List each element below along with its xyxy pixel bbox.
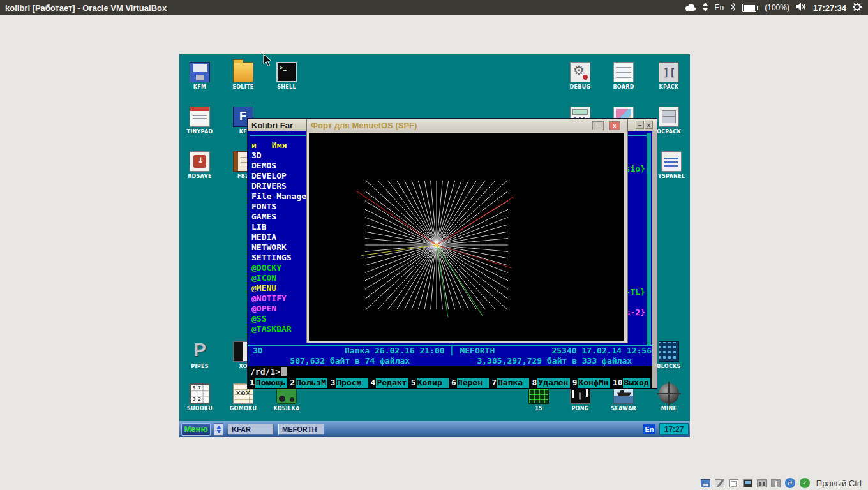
- far-fkey-7[interactable]: 7Папка: [491, 378, 529, 388]
- fkey-label: Просм: [336, 378, 368, 388]
- host-window-title: kolibri [Работает] - Oracle VM VirtualBo…: [0, 3, 167, 13]
- fkey-label: Помощь: [255, 378, 287, 388]
- host-key-label: Правый Ctrl: [816, 479, 862, 488]
- far-selected-item: 3D: [253, 346, 263, 356]
- folder-icon: [233, 62, 253, 82]
- fkey-number: 6: [451, 378, 457, 388]
- desktop-icon-tinypad[interactable]: TINYPAD: [179, 107, 220, 135]
- far-status-line: 3DПапка 26.02.16 21:00 ║ MEFORTH25340 17…: [248, 345, 657, 356]
- spf-minimize-button[interactable]: –: [592, 121, 604, 130]
- cloud-icon[interactable]: [684, 3, 696, 13]
- volume-icon[interactable]: [796, 3, 807, 13]
- bluetooth-icon[interactable]: [730, 3, 736, 13]
- desktop-icon-rdsave[interactable]: RDSAVE: [179, 151, 220, 179]
- far-right-panel-border: [647, 133, 651, 345]
- fkey-number: 10: [612, 378, 624, 388]
- network-activity-icon[interactable]: [757, 479, 767, 487]
- far-fkey-1[interactable]: 1Помощь: [249, 378, 287, 388]
- far-fkey-8[interactable]: 8Удален: [531, 378, 569, 388]
- blocks-icon: [659, 341, 679, 362]
- far-panel-left-border: [250, 133, 250, 386]
- shared-folders-icon[interactable]: [729, 479, 738, 487]
- desktop-icon-label: PIPES: [191, 364, 208, 369]
- far-window-title: Kolibri Far: [248, 121, 293, 130]
- mouse-integration-icon[interactable]: ✓: [800, 478, 810, 488]
- desktop-icon-label: KF: [239, 129, 247, 135]
- far-fkey-5[interactable]: 5Копир: [410, 378, 449, 388]
- taskbar-updown-button[interactable]: [214, 423, 223, 436]
- far-window-buttons: – x: [636, 121, 653, 129]
- host-tray: En (100%) 17:27:34: [684, 3, 868, 13]
- desktop-icon-eolite[interactable]: EOLITE: [223, 62, 264, 90]
- desktop-icon-label: BOARD: [613, 84, 634, 90]
- far-fkey-9[interactable]: 9КонфМн: [572, 378, 610, 388]
- debug-icon: [570, 62, 590, 82]
- far-panel-separator: ║: [450, 346, 455, 356]
- cd-activity-icon[interactable]: [715, 479, 724, 487]
- hdd-activity-icon[interactable]: [701, 479, 710, 487]
- mine-icon: [659, 383, 679, 404]
- taskbar-task-meforth[interactable]: MEFORTH: [278, 424, 324, 435]
- far-scrollbar[interactable]: [652, 131, 657, 388]
- desktop-icon-label: RDSAVE: [188, 174, 212, 179]
- taskbar-lang-indicator[interactable]: En: [643, 424, 655, 434]
- pipes-icon: [190, 341, 210, 362]
- usb-icon[interactable]: [771, 479, 781, 487]
- display-icon[interactable]: [743, 479, 752, 487]
- desktop-icon-label: OCPACK: [657, 129, 681, 135]
- spf-window-title: Форт для MenuetOS (SPF): [307, 121, 417, 130]
- host-clock[interactable]: 17:27:34: [813, 3, 846, 13]
- pad-icon: [190, 107, 210, 127]
- far-fkey-4[interactable]: 4Редакт: [370, 378, 408, 388]
- kolibri-desktop[interactable]: KFMEOLITESHELLDEBUGBOARDKPACKTINYPADKFOC…: [179, 54, 690, 437]
- far-function-key-bar: 1Помощь2ПользМ3Просм4Редакт5Копир6Перен7…: [248, 377, 657, 389]
- desktop-icon-label: TINYPAD: [187, 129, 213, 135]
- fkey-label: ПользМ: [296, 378, 327, 388]
- fkey-number: 7: [491, 378, 497, 388]
- desktop-icon-label: YSPANEL: [658, 174, 685, 179]
- desktop-icon-board[interactable]: BOARD: [603, 62, 644, 90]
- desktop-icon-shell[interactable]: SHELL: [266, 62, 307, 90]
- spf-titlebar[interactable]: Форт для MenuetOS (SPF) – x: [307, 119, 627, 132]
- syspanel-icon: [661, 151, 682, 172]
- desktop-icon-label: SEAWAR: [611, 406, 636, 412]
- desktop-icon-kpack[interactable]: KPACK: [648, 62, 689, 90]
- far-command-prompt: /rd/1>: [250, 367, 280, 376]
- far-minimize-button[interactable]: –: [636, 121, 644, 129]
- far-right-selected-item: MEFORTH: [460, 346, 495, 356]
- floppy-icon: [190, 62, 210, 82]
- desktop-icon-debug[interactable]: DEBUG: [560, 62, 601, 90]
- features-icon[interactable]: ⇄: [785, 478, 795, 488]
- far-command-line[interactable]: /rd/1>: [248, 366, 657, 377]
- board-icon: [613, 62, 634, 82]
- fkey-label: Удален: [537, 378, 569, 388]
- far-fkey-2[interactable]: 2ПользМ: [289, 378, 327, 388]
- desktop-icon-label: KPACK: [659, 84, 678, 90]
- spf-canvas[interactable]: [309, 133, 624, 341]
- fkey-label: Папка: [497, 378, 529, 388]
- desktop-icon-label: KFM: [193, 84, 207, 90]
- far-fkey-6[interactable]: 6Перен: [451, 378, 489, 388]
- session-gear-icon[interactable]: [853, 3, 862, 13]
- spf-close-button[interactable]: x: [609, 121, 620, 130]
- far-fkey-10[interactable]: 10Выход: [612, 378, 650, 388]
- desktop-icon-label: 15: [535, 406, 542, 412]
- far-close-button[interactable]: x: [645, 121, 653, 129]
- menu-button[interactable]: Меню: [181, 423, 211, 436]
- sudoku-icon: [190, 383, 210, 404]
- keyboard-layout-indicator[interactable]: En: [715, 3, 724, 12]
- fkey-label: Копир: [417, 378, 449, 388]
- far-right-totals: 3,385,297,729 байт в 333 файлах: [453, 356, 657, 366]
- kolibri-taskbar: Меню KFARMEFORTH En 17:27: [179, 421, 690, 437]
- desktop-icon-label: KOSILKA: [274, 406, 300, 412]
- desktop-icon-sudoku[interactable]: SUDOKU: [179, 383, 220, 412]
- far-fkey-3[interactable]: 3Просм: [329, 378, 368, 388]
- far-right-selected-info: 25340 17.02.14 12:56: [551, 346, 652, 356]
- desktop-icon-kfm[interactable]: KFM: [179, 62, 220, 90]
- taskbar-clock[interactable]: 17:27: [659, 423, 689, 435]
- updown-arrows-icon[interactable]: [702, 3, 708, 13]
- desktop-icon-pipes[interactable]: PIPES: [179, 341, 220, 369]
- battery-icon[interactable]: [742, 4, 758, 12]
- term-icon: [276, 62, 297, 82]
- taskbar-task-kfar[interactable]: KFAR: [228, 424, 274, 435]
